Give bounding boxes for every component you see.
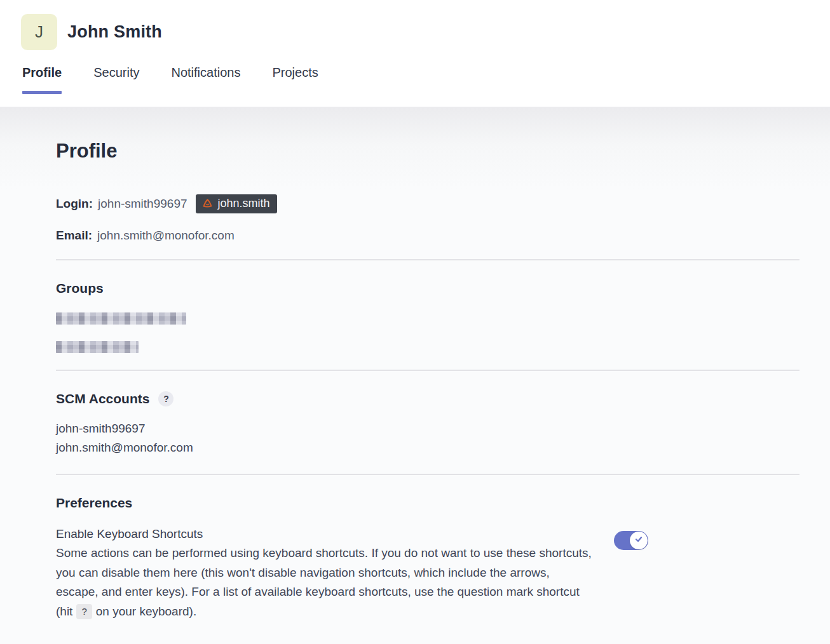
- divider: [56, 259, 799, 260]
- profile-tabs: Profile Security Notifications Projects: [22, 65, 830, 94]
- redacted-group-name: [56, 312, 186, 325]
- divider: [56, 474, 799, 475]
- groups-section-title: Groups: [56, 281, 799, 296]
- scm-accounts-label: SCM Accounts: [56, 391, 149, 406]
- page-header: J John Smith Profile Security Notificati…: [0, 0, 830, 107]
- keyboard-shortcuts-text: Enable Keyboard Shortcuts Some actions c…: [56, 525, 593, 621]
- keyboard-shortcuts-label: Enable Keyboard Shortcuts: [56, 525, 593, 544]
- page-title: Profile: [56, 140, 799, 163]
- preferences-section-title: Preferences: [56, 495, 799, 511]
- triangle-knot-logo-icon: [201, 198, 214, 210]
- keyboard-shortcuts-description: Some actions can be performed using keyb…: [56, 544, 593, 621]
- redacted-group-name: [56, 341, 139, 353]
- login-row: Login: john-smith99697 john.smith: [56, 194, 799, 213]
- question-mark-key: ?: [76, 604, 92, 619]
- email-row: Email: john.smith@monofor.com: [56, 229, 799, 243]
- scm-badge-label: john.smith: [218, 197, 270, 210]
- tab-profile[interactable]: Profile: [22, 65, 62, 94]
- scm-accounts-list: john-smith99697 john.smith@monofor.com: [56, 419, 799, 457]
- scm-account-item: john-smith99697: [56, 419, 799, 438]
- email-label: Email:: [56, 229, 92, 243]
- keyboard-shortcuts-preference: Enable Keyboard Shortcuts Some actions c…: [56, 525, 799, 621]
- login-value: john-smith99697: [98, 197, 187, 211]
- tab-security[interactable]: Security: [93, 65, 139, 94]
- user-identity: J John Smith: [0, 0, 830, 50]
- description-part2: on your keyboard).: [96, 605, 196, 618]
- login-label: Login:: [56, 197, 93, 211]
- user-name: John Smith: [67, 22, 162, 42]
- tab-notifications[interactable]: Notifications: [172, 65, 241, 94]
- profile-content: Profile Login: john-smith99697 john.smit…: [0, 107, 830, 644]
- toggle-knob: [630, 532, 648, 549]
- check-icon: [634, 535, 643, 546]
- scm-account-badge[interactable]: john.smith: [196, 194, 277, 213]
- scm-account-item: john.smith@monofor.com: [56, 438, 799, 457]
- help-icon[interactable]: ?: [158, 391, 173, 406]
- tab-projects[interactable]: Projects: [272, 65, 318, 94]
- keyboard-shortcuts-toggle[interactable]: [614, 531, 648, 550]
- avatar: J: [21, 14, 57, 50]
- scm-accounts-section-title: SCM Accounts ?: [56, 391, 799, 406]
- divider: [56, 370, 799, 371]
- email-value: john.smith@monofor.com: [97, 229, 235, 243]
